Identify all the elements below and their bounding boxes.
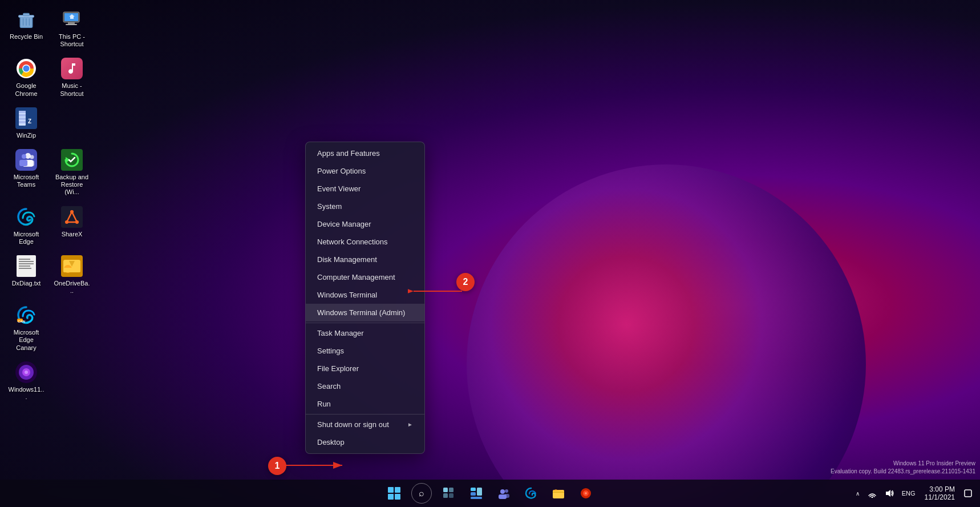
svg-rect-36: [19, 261, 34, 262]
onedrive-label: OneDriveBa...: [54, 280, 90, 295]
context-menu-network-connections[interactable]: Network Connections: [306, 233, 424, 251]
context-menu-device-manager[interactable]: Device Manager: [306, 215, 424, 233]
context-menu-run[interactable]: Run: [306, 395, 424, 413]
windows-logo-icon: [388, 487, 400, 500]
svg-rect-17: [19, 114, 26, 116]
tray-network-button[interactable]: [864, 486, 880, 500]
svg-rect-61: [471, 497, 482, 499]
annotation-2: 2: [456, 273, 475, 291]
taskbar-store-button[interactable]: [573, 481, 598, 506]
context-menu-file-explorer[interactable]: File Explorer: [306, 360, 424, 377]
desktop-icon-row-2: Z WinZip: [6, 104, 92, 142]
context-menu-task-manager[interactable]: Task Manager: [306, 324, 424, 342]
taskbar-widgets-button[interactable]: [464, 481, 489, 506]
context-menu-desktop[interactable]: Desktop: [306, 433, 424, 451]
svg-text:CAN: CAN: [18, 320, 25, 323]
desktop-icon-backup[interactable]: Backup and Restore (Wi...: [51, 146, 92, 199]
tray-overflow-button[interactable]: ∧: [852, 488, 863, 499]
svg-rect-18: [19, 118, 26, 120]
svg-text:Z: Z: [28, 118, 31, 124]
svg-marker-71: [886, 490, 890, 497]
network-icon: [868, 489, 877, 498]
clock-time: 3:00 PM: [929, 485, 955, 493]
desktop-icon-edge-canary[interactable]: CAN Microsoft Edge Canary: [6, 301, 47, 354]
svg-rect-37: [19, 263, 34, 264]
svg-rect-19: [19, 121, 26, 123]
context-menu-apps-features[interactable]: Apps and Features: [306, 144, 424, 162]
svg-rect-55: [449, 488, 453, 492]
svg-rect-16: [19, 111, 26, 113]
winzip-icon: Z: [15, 107, 38, 130]
context-menu-power-options[interactable]: Power Options: [306, 162, 424, 180]
svg-rect-56: [443, 493, 448, 498]
search-icon: ⌕: [411, 483, 432, 504]
desktop-icon-music[interactable]: Music - Shortcut: [51, 55, 92, 99]
context-menu-shutdown[interactable]: Shut down or sign out ►: [306, 416, 424, 433]
desktop-icon-row-5: DxDiag.txt OneDriveBa...: [6, 252, 92, 297]
context-menu-disk-management[interactable]: Disk Management: [306, 251, 424, 268]
svg-rect-35: [19, 259, 30, 260]
context-menu: Apps and Features Power Options Event Vi…: [305, 142, 425, 454]
tray-notification-button[interactable]: [961, 487, 975, 500]
svg-rect-9: [66, 24, 77, 25]
context-menu-settings[interactable]: Settings: [306, 342, 424, 360]
clock-date: 11/1/2021: [925, 493, 955, 501]
svg-rect-25: [28, 160, 34, 166]
tray-clock[interactable]: 3:00 PM 11/1/2021: [920, 484, 959, 502]
svg-rect-59: [471, 492, 476, 496]
music-icon: [60, 57, 83, 80]
shutdown-submenu-arrow: ►: [407, 421, 413, 428]
desktop-icon-chrome[interactable]: Google Chrome: [6, 55, 47, 99]
winzip-label: WinZip: [17, 132, 36, 139]
system-tray: ∧ ENG 3:00 PM 11/1/2021: [852, 480, 980, 507]
desktop-icon-edge[interactable]: Microsoft Edge: [6, 203, 47, 248]
context-menu-windows-terminal[interactable]: Windows Terminal: [306, 286, 424, 304]
chrome-icon: [15, 57, 38, 80]
taskbar-start-button[interactable]: [382, 481, 407, 506]
desktop-icon-sharex[interactable]: ShareX: [51, 203, 92, 248]
context-menu-computer-management[interactable]: Computer Management: [306, 268, 424, 286]
taskbar-center-icons: ⌕: [382, 480, 598, 507]
svg-rect-14: [15, 107, 37, 129]
taskbar-teams-button[interactable]: [491, 481, 516, 506]
desktop-icon-this-pc[interactable]: This PC - Shortcut: [51, 6, 92, 50]
svg-rect-60: [477, 488, 482, 496]
taskbar-search-button[interactable]: ⌕: [409, 481, 434, 506]
svg-rect-58: [471, 488, 476, 491]
edge-taskbar-icon: [525, 487, 537, 500]
tray-language-button[interactable]: ENG: [898, 488, 919, 499]
edge-canary-icon: CAN: [15, 304, 38, 327]
sharex-icon: [60, 206, 83, 228]
desktop-icon-winzip[interactable]: Z WinZip: [6, 104, 47, 142]
desktop-icon-row-6: CAN Microsoft Edge Canary: [6, 301, 92, 354]
taskbar-task-view-button[interactable]: [436, 481, 461, 506]
desktop-icon-teams[interactable]: Microsoft Teams: [6, 146, 47, 199]
widgets-icon: [470, 487, 483, 500]
windows11-icon: [15, 361, 38, 384]
desktop-icon-windows11[interactable]: Windows11...: [6, 359, 47, 403]
context-menu-windows-terminal-admin[interactable]: Windows Terminal (Admin): [306, 304, 424, 321]
desktop-icon-recycle-bin[interactable]: Recycle Bin: [6, 6, 47, 50]
svg-point-31: [70, 210, 74, 214]
desktop-icon-onedrive[interactable]: OneDriveBa...: [51, 252, 92, 297]
svg-rect-43: [63, 268, 80, 272]
store-icon: [580, 487, 592, 500]
this-pc-label: This PC - Shortcut: [54, 33, 90, 48]
desktop-icon-row-3: Microsoft Teams Backup and Restore (Wi..…: [6, 146, 92, 199]
taskbar-edge-button[interactable]: [519, 481, 544, 506]
desktop-icon-row-4: Microsoft Edge ShareX: [6, 203, 92, 248]
svg-point-70: [871, 497, 873, 498]
taskbar-explorer-button[interactable]: [546, 481, 571, 506]
context-menu-separator-2: [306, 414, 424, 415]
backup-label: Backup and Restore (Wi...: [54, 174, 90, 196]
language-label: ENG: [902, 490, 916, 497]
context-menu-system[interactable]: System: [306, 198, 424, 215]
desktop-icon-dxdiag[interactable]: DxDiag.txt: [6, 252, 47, 297]
svg-rect-2: [23, 13, 30, 16]
context-menu-search[interactable]: Search: [306, 377, 424, 395]
context-menu-event-viewer[interactable]: Event Viewer: [306, 180, 424, 198]
taskbar: ⌕: [0, 480, 980, 507]
recycle-bin-icon: [15, 8, 38, 31]
edge-icon: [15, 206, 38, 228]
tray-volume-button[interactable]: [881, 486, 897, 500]
